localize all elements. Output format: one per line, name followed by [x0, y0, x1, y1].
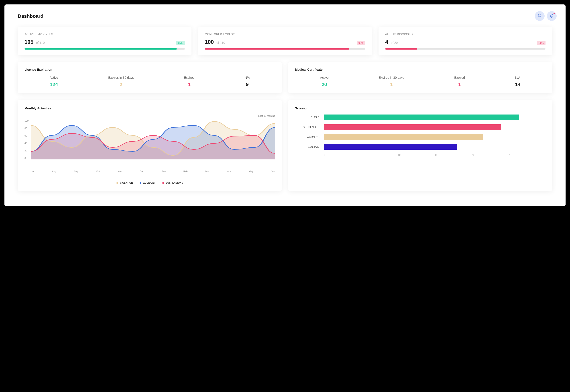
stat-badge: 95% [176, 41, 185, 45]
y-tick: 100 [25, 119, 29, 122]
mini-stat-label: N/A [245, 76, 250, 79]
notification-dot [553, 13, 555, 15]
x-tick: Feb [183, 170, 188, 173]
x-tick: Jun [271, 170, 275, 173]
mini-stat-label: Expired [184, 76, 194, 79]
mini-stat: Active 20 [320, 76, 329, 87]
stat-card-1: MONITORED EMPLOYEES 100 of 110 90% [198, 27, 372, 55]
chart-legend: VIOLATIONACCIDENTSUSPENSIONS [25, 182, 275, 184]
stat-total: of 110 [35, 41, 45, 44]
bar-track [324, 144, 545, 150]
legend-label: ACCIDENT [143, 182, 156, 184]
x-tick: Mar [205, 170, 210, 173]
mini-stat-label: Expired [454, 76, 465, 79]
bar-label: WARNING [295, 135, 324, 139]
mini-stat-label: Expires in 30 days [108, 76, 134, 79]
progress-fill [385, 48, 417, 50]
scoring-x-axis: 0510152025 [324, 154, 545, 156]
bar-fill [324, 114, 519, 120]
stat-badge: 20% [537, 41, 545, 45]
y-tick: 60 [25, 134, 29, 137]
legend-dot [162, 182, 164, 184]
bar-x-tick: 20 [472, 154, 509, 156]
mini-stat-value: 1 [184, 82, 194, 87]
x-tick: Jul [31, 170, 34, 173]
mini-stat-value: 124 [50, 82, 58, 87]
bar-fill [324, 134, 483, 140]
stat-total: of 20 [390, 41, 398, 44]
mini-stat-value: 1 [379, 82, 404, 87]
medical-card: Medical Certificate Active 20 Expires in… [288, 62, 552, 93]
legend-dot [117, 182, 118, 184]
stats-row: ACTIVE EMPLOYEES 105 of 110 95% MONITORE… [18, 27, 552, 55]
bar-row: SUSPENDED [295, 124, 545, 130]
x-tick: Jan [162, 170, 166, 173]
license-card: License Expiration Active 124 Expires in… [18, 62, 282, 93]
mini-stat-label: Expires in 30 days [379, 76, 404, 79]
mini-stat: N/A 9 [245, 76, 250, 87]
monthly-chart: 100806040200 [31, 119, 275, 168]
medical-grid: Active 20 Expires in 30 days 1 Expired 1… [295, 76, 545, 87]
bar-row: WARNING [295, 134, 545, 140]
stat-label: ACTIVE EMPLOYEES [25, 33, 185, 36]
stat-total: of 110 [215, 41, 225, 44]
x-tick: Apr [227, 170, 231, 173]
svg-point-0 [538, 14, 539, 15]
scoring-bar-chart: CLEAR SUSPENDED WARNING CUSTOM [295, 114, 545, 150]
charts-row: Monthly Activities Last 12 months 100806… [18, 100, 552, 191]
legend-item: VIOLATION [117, 182, 133, 184]
license-title: License Expiration [25, 68, 275, 71]
legend-label: VIOLATION [120, 182, 133, 184]
y-tick: 20 [25, 149, 29, 152]
svg-point-1 [540, 14, 540, 15]
mini-stat-value: 14 [515, 82, 520, 87]
bar-row: CLEAR [295, 114, 545, 120]
apps-icon-button[interactable] [535, 11, 545, 21]
progress-track [205, 48, 365, 50]
bar-track [324, 134, 545, 140]
stat-label: MONITORED EMPLOYEES [205, 33, 365, 36]
mini-stat-label: N/A [515, 76, 520, 79]
monthly-title: Monthly Activities [25, 107, 275, 110]
stat-value: 4 [385, 39, 388, 45]
legend-dot [140, 182, 141, 184]
progress-fill [25, 48, 177, 50]
stat-badge: 90% [357, 41, 365, 45]
mini-stat-label: Active [320, 76, 329, 79]
bar-x-tick: 10 [398, 154, 435, 156]
mini-stat: Expired 1 [454, 76, 465, 87]
mini-stat: Expires in 30 days 1 [379, 76, 404, 87]
scoring-title: Scoring [295, 107, 545, 110]
bar-fill [324, 144, 457, 150]
stat-card-0: ACTIVE EMPLOYEES 105 of 110 95% [18, 27, 192, 55]
bar-row: CUSTOM [295, 144, 545, 150]
x-tick: May [249, 170, 253, 173]
y-tick: 80 [25, 127, 29, 130]
legend-label: SUSPENSIONS [166, 182, 183, 184]
header-icons [535, 11, 557, 21]
legend-item: ACCIDENT [140, 182, 156, 184]
notifications-icon-button[interactable] [547, 11, 557, 21]
x-tick: Aug [52, 170, 57, 173]
bar-track [324, 124, 545, 130]
mini-stat: Expired 1 [184, 76, 194, 87]
x-axis: JulAugSepOctNovDecJanFebMarAprMayJun [31, 170, 275, 173]
mini-stat: Expires in 30 days 2 [108, 76, 134, 87]
bar-x-tick: 5 [361, 154, 398, 156]
x-tick: Sep [74, 170, 79, 173]
monthly-subtitle: Last 12 months [25, 114, 275, 117]
apps-icon [538, 14, 542, 18]
y-tick: 0 [25, 157, 29, 159]
mini-stat-value: 20 [320, 82, 329, 87]
stat-card-2: ALERTS DISMISSED 4 of 20 20% [378, 27, 552, 55]
x-tick: Nov [118, 170, 122, 173]
x-tick: Oct [96, 170, 100, 173]
mini-stat-value: 9 [245, 82, 250, 87]
bar-x-tick: 0 [324, 154, 361, 156]
stat-value: 105 [25, 39, 33, 45]
line-chart-svg [31, 119, 275, 159]
y-axis: 100806040200 [25, 119, 29, 159]
mini-stat: N/A 14 [515, 76, 520, 87]
stat-value: 100 [205, 39, 214, 45]
bar-fill [324, 124, 501, 130]
